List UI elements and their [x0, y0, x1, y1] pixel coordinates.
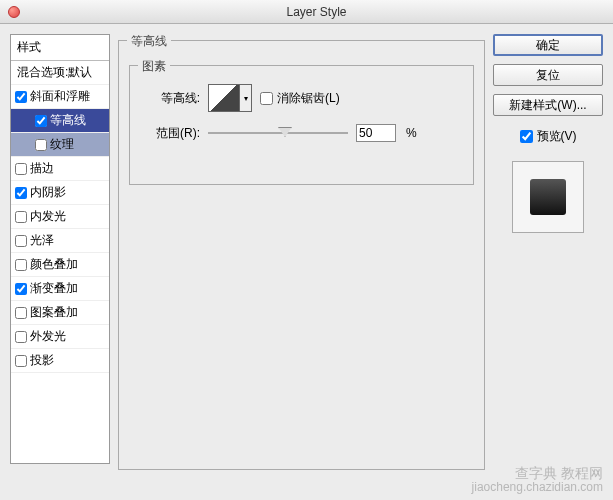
label: 描边 [30, 160, 54, 177]
label: 等高线 [50, 112, 86, 129]
watermark-line2: jiaocheng.chazidian.com [472, 480, 603, 494]
antialias-check[interactable]: 消除锯齿(L) [260, 90, 340, 107]
watermark: 查字典 教程网 jiaocheng.chazidian.com [472, 466, 603, 494]
range-row: 范围(R): % [140, 124, 463, 142]
label: 内阴影 [30, 184, 66, 201]
preview-toggle[interactable]: 预览(V) [493, 128, 603, 145]
label: 投影 [30, 352, 54, 369]
label: 内发光 [30, 208, 66, 225]
label: 光泽 [30, 232, 54, 249]
style-row-bevel[interactable]: 斜面和浮雕 [11, 85, 109, 109]
contour-dropdown[interactable]: ▾ [240, 84, 252, 112]
checkbox-bevel[interactable] [15, 91, 27, 103]
checkbox-inner-shadow[interactable] [15, 187, 27, 199]
checkbox-color-overlay[interactable] [15, 259, 27, 271]
label: 渐变叠加 [30, 280, 78, 297]
inner-title: 图素 [138, 58, 170, 75]
range-slider[interactable] [208, 132, 348, 134]
checkbox-gradient-overlay[interactable] [15, 283, 27, 295]
close-icon[interactable] [8, 6, 20, 18]
style-row-pattern-overlay[interactable]: 图案叠加 [11, 301, 109, 325]
dialog-body: 样式 混合选项:默认 斜面和浮雕 等高线 纹理 描边 内阴影 内发光 [0, 24, 613, 474]
inner-group: 图素 等高线: ▾ 消除锯齿(L) 范围(R): [129, 65, 474, 185]
checkbox-pattern-overlay[interactable] [15, 307, 27, 319]
style-row-gradient-overlay[interactable]: 渐变叠加 [11, 277, 109, 301]
style-row-outer-glow[interactable]: 外发光 [11, 325, 109, 349]
right-panel: 确定 复位 新建样式(W)... 预览(V) [493, 34, 603, 464]
antialias-checkbox[interactable] [260, 92, 273, 105]
checkbox-contour[interactable] [35, 115, 47, 127]
label: 斜面和浮雕 [30, 88, 90, 105]
new-style-button[interactable]: 新建样式(W)... [493, 94, 603, 116]
content-panel: 等高线 图素 等高线: ▾ 消除锯齿(L) [118, 34, 485, 464]
checkbox-texture[interactable] [35, 139, 47, 151]
style-row-stroke[interactable]: 描边 [11, 157, 109, 181]
checkbox-stroke[interactable] [15, 163, 27, 175]
styles-panel: 样式 混合选项:默认 斜面和浮雕 等高线 纹理 描边 内阴影 内发光 [10, 34, 110, 464]
checkbox-drop-shadow[interactable] [15, 355, 27, 367]
style-row-satin[interactable]: 光泽 [11, 229, 109, 253]
window-title: Layer Style [286, 5, 346, 19]
label: 颜色叠加 [30, 256, 78, 273]
style-row-contour[interactable]: 等高线 [11, 109, 109, 133]
style-row-drop-shadow[interactable]: 投影 [11, 349, 109, 373]
checkbox-inner-glow[interactable] [15, 211, 27, 223]
range-input[interactable] [356, 124, 396, 142]
style-row-texture[interactable]: 纹理 [11, 133, 109, 157]
checkbox-outer-glow[interactable] [15, 331, 27, 343]
ok-button[interactable]: 确定 [493, 34, 603, 56]
preview-swatch [512, 161, 584, 233]
watermark-line1: 查字典 教程网 [472, 466, 603, 480]
preview-label: 预览(V) [537, 128, 577, 145]
titlebar: Layer Style [0, 0, 613, 24]
preview-thumbnail [530, 179, 566, 215]
cancel-button[interactable]: 复位 [493, 64, 603, 86]
contour-group: 等高线 图素 等高线: ▾ 消除锯齿(L) [118, 40, 485, 470]
chevron-down-icon: ▾ [244, 94, 248, 103]
group-title: 等高线 [127, 33, 171, 50]
range-unit: % [406, 126, 417, 140]
contour-row: 等高线: ▾ 消除锯齿(L) [140, 84, 463, 112]
slider-thumb-icon[interactable] [278, 127, 292, 137]
style-row-color-overlay[interactable]: 颜色叠加 [11, 253, 109, 277]
label: 外发光 [30, 328, 66, 345]
label: 纹理 [50, 136, 74, 153]
styles-header: 样式 [11, 35, 109, 61]
blend-options-row[interactable]: 混合选项:默认 [11, 61, 109, 85]
blend-label: 混合选项:默认 [17, 64, 92, 81]
preview-checkbox[interactable] [520, 130, 533, 143]
contour-swatch[interactable] [208, 84, 240, 112]
style-row-inner-glow[interactable]: 内发光 [11, 205, 109, 229]
label: 图案叠加 [30, 304, 78, 321]
style-row-inner-shadow[interactable]: 内阴影 [11, 181, 109, 205]
antialias-label: 消除锯齿(L) [277, 90, 340, 107]
checkbox-satin[interactable] [15, 235, 27, 247]
contour-label: 等高线: [140, 90, 200, 107]
range-label: 范围(R): [140, 125, 200, 142]
